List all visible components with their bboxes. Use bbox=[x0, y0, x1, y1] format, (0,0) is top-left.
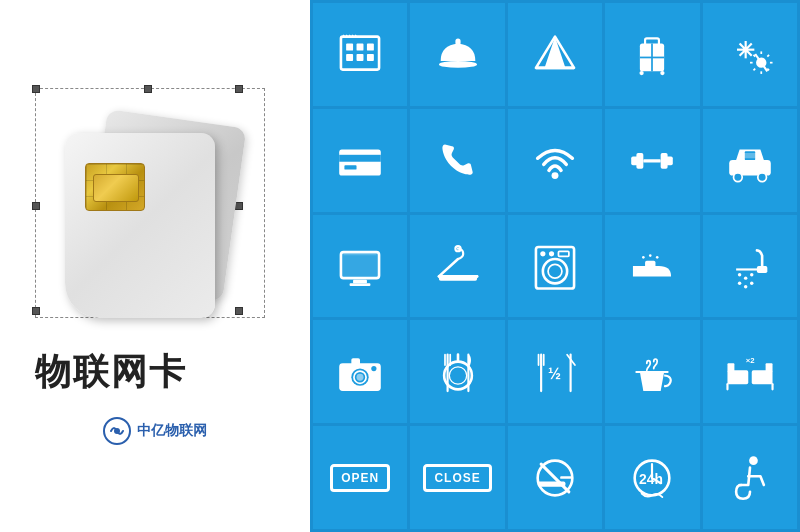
iron-icon-cell[interactable] bbox=[605, 215, 699, 318]
no-smoking-icon-cell[interactable] bbox=[508, 426, 602, 529]
bed-icon-cell[interactable]: ×2 bbox=[703, 320, 797, 423]
open-icon-cell[interactable]: OPEN bbox=[313, 426, 407, 529]
svg-line-34 bbox=[753, 69, 755, 71]
handle-mr bbox=[235, 202, 243, 210]
left-panel: 物联网卡 中亿物联网 bbox=[0, 0, 310, 532]
accessible-icon-cell[interactable] bbox=[703, 426, 797, 529]
svg-text:✦✦✦✦✦: ✦✦✦✦✦ bbox=[342, 33, 358, 38]
hanger-icon bbox=[432, 240, 484, 292]
sim-chip-center bbox=[93, 174, 139, 202]
tv-icon bbox=[334, 240, 386, 292]
credit-card-icon bbox=[334, 134, 386, 186]
svg-rect-105 bbox=[560, 476, 572, 479]
accessible-icon bbox=[724, 452, 776, 504]
svg-point-47 bbox=[758, 173, 767, 182]
svg-point-25 bbox=[743, 47, 748, 52]
svg-rect-63 bbox=[558, 251, 568, 256]
wifi-icon bbox=[529, 134, 581, 186]
svg-point-1 bbox=[114, 428, 120, 434]
svg-marker-13 bbox=[545, 37, 566, 68]
hanger-icon-cell[interactable] bbox=[410, 215, 504, 318]
gym-icon bbox=[626, 134, 678, 186]
svg-point-68 bbox=[656, 256, 659, 259]
camera-icon bbox=[334, 346, 386, 398]
handle-tm bbox=[144, 85, 152, 93]
bed-icon: ×2 bbox=[724, 346, 776, 398]
open-badge: OPEN bbox=[330, 464, 390, 492]
title-area: 物联网卡 bbox=[35, 348, 275, 397]
svg-rect-49 bbox=[743, 153, 757, 158]
svg-rect-56 bbox=[439, 276, 477, 280]
svg-rect-80 bbox=[352, 358, 361, 365]
svg-rect-7 bbox=[357, 54, 364, 61]
svg-point-73 bbox=[738, 282, 741, 285]
svg-point-75 bbox=[750, 282, 753, 285]
icon-grid: ✦✦✦✦✦ bbox=[310, 0, 800, 532]
svg-text:×2: ×2 bbox=[745, 356, 755, 365]
svg-rect-97 bbox=[727, 363, 734, 372]
sim-chip bbox=[85, 163, 145, 211]
half-board-icon-cell[interactable]: ½ bbox=[508, 320, 602, 423]
iron-icon bbox=[626, 240, 678, 292]
svg-rect-96 bbox=[727, 370, 748, 384]
handle-tr bbox=[235, 85, 243, 93]
logo-text: 中亿物联网 bbox=[137, 422, 207, 440]
food-service-icon-cell[interactable] bbox=[410, 3, 504, 106]
24h-icon-cell[interactable]: 24h bbox=[605, 426, 699, 529]
svg-rect-42 bbox=[637, 153, 644, 169]
tv-icon-cell[interactable] bbox=[313, 215, 407, 318]
washer-icon-cell[interactable] bbox=[508, 215, 602, 318]
svg-rect-53 bbox=[353, 280, 367, 283]
svg-point-83 bbox=[449, 367, 466, 384]
svg-rect-44 bbox=[644, 159, 661, 162]
hotel-icon-cell[interactable]: ✦✦✦✦✦ bbox=[313, 3, 407, 106]
camera-icon-cell[interactable] bbox=[313, 320, 407, 423]
svg-point-66 bbox=[642, 256, 645, 259]
svg-point-46 bbox=[733, 173, 742, 182]
svg-point-62 bbox=[549, 251, 554, 256]
climate-icon-cell[interactable] bbox=[703, 3, 797, 106]
gym-icon-cell[interactable] bbox=[605, 109, 699, 212]
svg-point-19 bbox=[640, 71, 644, 75]
shower-icon-cell[interactable] bbox=[703, 215, 797, 318]
svg-rect-38 bbox=[345, 165, 357, 169]
phone-icon bbox=[432, 134, 484, 186]
svg-rect-98 bbox=[752, 370, 773, 384]
svg-rect-5 bbox=[367, 44, 374, 51]
svg-rect-51 bbox=[341, 252, 379, 278]
svg-point-72 bbox=[750, 273, 753, 276]
svg-rect-6 bbox=[346, 54, 353, 61]
svg-rect-99 bbox=[765, 363, 772, 372]
24h-icon: 24h bbox=[626, 452, 678, 504]
taxi-icon-cell[interactable] bbox=[703, 109, 797, 212]
luggage-icon-cell[interactable] bbox=[605, 3, 699, 106]
taxi-icon bbox=[724, 134, 776, 186]
svg-rect-36 bbox=[339, 150, 381, 176]
half-board-icon: ½ bbox=[529, 346, 581, 398]
food-service-icon bbox=[432, 28, 484, 80]
logo-area: 中亿物联网 bbox=[103, 417, 207, 445]
svg-rect-37 bbox=[339, 155, 381, 162]
restaurant-icon bbox=[432, 346, 484, 398]
camping-icon bbox=[529, 28, 581, 80]
coffee-icon-cell[interactable] bbox=[605, 320, 699, 423]
svg-point-70 bbox=[738, 273, 741, 276]
wifi-icon-cell[interactable] bbox=[508, 109, 602, 212]
camping-icon-cell[interactable] bbox=[508, 3, 602, 106]
credit-card-icon-cell[interactable] bbox=[313, 109, 407, 212]
svg-rect-3 bbox=[346, 44, 353, 51]
phone-icon-cell[interactable] bbox=[410, 109, 504, 212]
close-icon-cell[interactable]: CLOSE bbox=[410, 426, 504, 529]
svg-rect-43 bbox=[661, 153, 668, 169]
handle-bl bbox=[32, 307, 40, 315]
restaurant-icon-cell[interactable] bbox=[410, 320, 504, 423]
svg-point-10 bbox=[439, 61, 477, 68]
shower-icon bbox=[724, 240, 776, 292]
svg-point-67 bbox=[649, 254, 652, 257]
luggage-icon bbox=[626, 28, 678, 80]
svg-point-81 bbox=[371, 366, 376, 371]
svg-point-109 bbox=[749, 456, 758, 465]
svg-point-71 bbox=[744, 276, 747, 279]
svg-point-61 bbox=[540, 251, 545, 256]
svg-point-59 bbox=[543, 259, 567, 283]
